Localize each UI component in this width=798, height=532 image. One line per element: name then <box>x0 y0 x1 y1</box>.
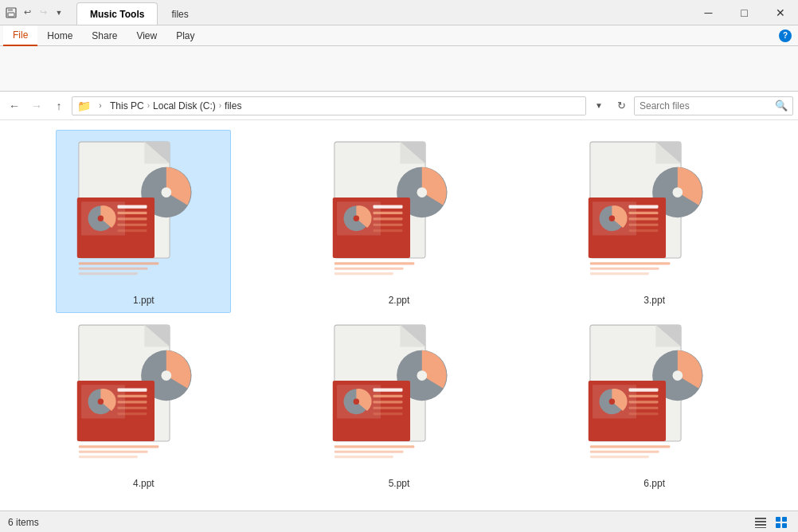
redo-icon[interactable]: ↪ <box>37 6 49 19</box>
help-button[interactable]: ? <box>779 29 792 42</box>
forward-button[interactable]: → <box>27 96 46 115</box>
svg-rect-69 <box>79 451 148 453</box>
dropdown-icon[interactable]: ▼ <box>53 6 65 19</box>
file-item-4[interactable]: 4.ppt <box>56 313 231 496</box>
svg-rect-68 <box>79 445 158 448</box>
file-name-2: 2.ppt <box>389 295 410 306</box>
breadcrumb-thispc[interactable]: This PC <box>110 100 144 111</box>
svg-rect-47 <box>628 212 658 214</box>
svg-rect-17 <box>79 262 158 264</box>
svg-rect-46 <box>628 205 658 208</box>
breadcrumb-files[interactable]: files <box>225 100 241 111</box>
svg-rect-16 <box>118 229 147 232</box>
file-name-3: 3.ppt <box>643 295 665 306</box>
svg-rect-64 <box>118 395 147 397</box>
back-button[interactable]: ← <box>5 96 24 115</box>
svg-rect-84 <box>373 413 402 415</box>
svg-rect-36 <box>334 272 393 275</box>
ribbon-tab-view[interactable]: View <box>127 25 166 46</box>
svg-point-79 <box>354 399 359 405</box>
svg-rect-110 <box>782 517 787 522</box>
svg-point-96 <box>608 399 614 405</box>
svg-rect-97 <box>628 388 658 391</box>
svg-rect-105 <box>755 518 766 519</box>
file-icon-2 <box>327 140 471 291</box>
tab-music-tools[interactable]: Music Tools <box>76 2 158 25</box>
ribbon-tab-file[interactable]: File <box>3 25 37 46</box>
save-icon[interactable] <box>5 6 18 19</box>
svg-rect-53 <box>590 272 649 275</box>
title-bar-left: ↩ ↪ ▼ <box>0 6 70 19</box>
svg-rect-33 <box>373 229 402 232</box>
svg-rect-100 <box>628 407 658 409</box>
file-item-3[interactable]: 3.ppt <box>567 130 742 313</box>
svg-rect-19 <box>79 272 138 275</box>
svg-rect-65 <box>118 401 147 403</box>
svg-point-28 <box>354 216 359 221</box>
breadcrumb-localdisk[interactable]: Local Disk (C:) <box>153 100 216 111</box>
svg-rect-70 <box>79 456 138 458</box>
svg-point-24 <box>417 187 427 198</box>
svg-rect-98 <box>628 395 658 397</box>
ribbon-tabs: File Home Share View Play ? <box>0 25 798 46</box>
maximize-button[interactable]: □ <box>726 0 762 25</box>
ribbon-content <box>0 46 798 91</box>
title-bar-tabs: Music Tools files <box>70 0 690 25</box>
svg-rect-29 <box>373 205 402 208</box>
file-item-5[interactable]: 5.ppt <box>311 313 487 496</box>
svg-rect-18 <box>79 268 148 270</box>
tab-files[interactable]: files <box>158 2 201 25</box>
file-area: 1.ppt 2.ppt <box>0 120 798 510</box>
svg-rect-50 <box>628 229 658 232</box>
search-icon[interactable]: 🔍 <box>775 100 788 111</box>
breadcrumb-folder-icon: 📁 <box>77 100 91 112</box>
svg-rect-87 <box>334 456 393 458</box>
large-icons-view-button[interactable] <box>773 514 790 531</box>
minimize-button[interactable]: ─ <box>690 0 726 25</box>
ribbon-tab-share[interactable]: Share <box>82 25 127 46</box>
svg-rect-66 <box>118 407 147 409</box>
ribbon-tab-home[interactable]: Home <box>37 25 82 46</box>
svg-rect-67 <box>118 413 147 415</box>
svg-point-7 <box>162 187 172 198</box>
svg-rect-12 <box>118 205 147 208</box>
svg-point-11 <box>98 216 104 221</box>
undo-icon[interactable]: ↩ <box>21 6 33 19</box>
ribbon: File Home Share View Play ? <box>0 25 798 92</box>
svg-rect-15 <box>118 224 147 226</box>
item-count: 6 items <box>8 517 39 528</box>
refresh-button[interactable]: ↻ <box>612 96 631 115</box>
ribbon-tab-play[interactable]: Play <box>166 25 204 46</box>
svg-rect-51 <box>590 262 670 264</box>
svg-rect-101 <box>628 413 658 415</box>
details-view-button[interactable] <box>752 514 769 531</box>
file-icon-4 <box>72 323 215 475</box>
breadcrumb-chevron-0[interactable]: › <box>94 96 107 115</box>
file-item-6[interactable]: 6.ppt <box>567 313 742 496</box>
main-content: 1.ppt 2.ppt <box>0 120 798 510</box>
svg-rect-111 <box>776 523 780 528</box>
file-name-5: 5.ppt <box>389 478 410 489</box>
svg-rect-85 <box>334 445 414 448</box>
svg-rect-109 <box>776 517 780 522</box>
up-button[interactable]: ↑ <box>49 96 68 115</box>
breadcrumb-sep-2: › <box>219 101 221 110</box>
close-button[interactable]: ✕ <box>762 0 798 25</box>
svg-rect-2 <box>8 13 14 17</box>
file-name-6: 6.ppt <box>643 478 665 489</box>
svg-rect-49 <box>628 224 658 226</box>
svg-rect-80 <box>373 388 402 391</box>
address-dropdown-button[interactable]: ▼ <box>589 96 608 115</box>
file-icon-1 <box>72 140 215 291</box>
search-input[interactable] <box>640 100 772 111</box>
file-item-2[interactable]: 2.ppt <box>311 130 487 313</box>
breadcrumb-sep-1: › <box>147 101 150 110</box>
svg-rect-102 <box>590 445 670 448</box>
file-item-1[interactable]: 1.ppt <box>56 130 231 313</box>
svg-rect-63 <box>118 388 147 391</box>
svg-rect-32 <box>373 224 402 226</box>
title-bar: ↩ ↪ ▼ Music Tools files ─ □ ✕ <box>0 0 798 25</box>
svg-rect-13 <box>118 212 147 214</box>
file-name-1: 1.ppt <box>133 295 155 306</box>
svg-point-92 <box>672 370 683 381</box>
